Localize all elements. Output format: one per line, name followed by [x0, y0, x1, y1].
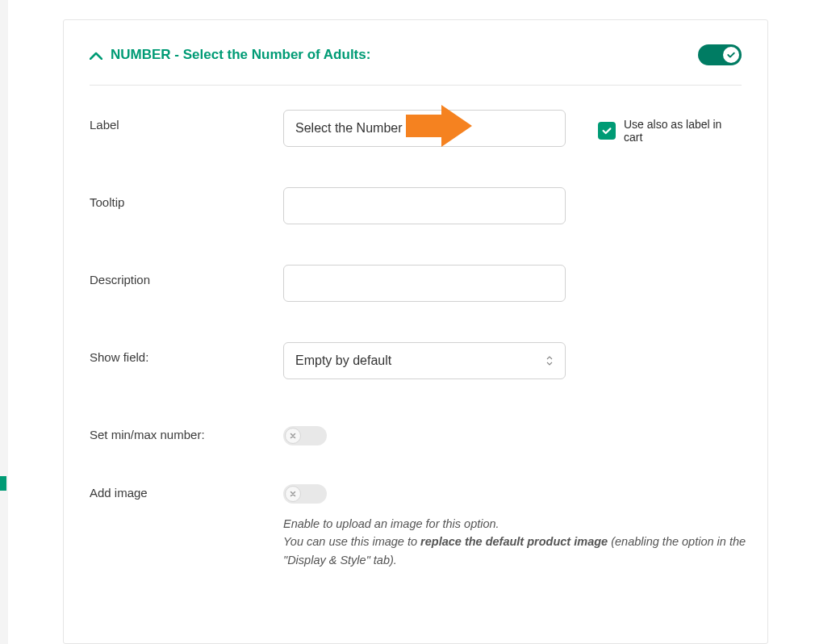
toggle-knob-on [723, 47, 739, 63]
helper-line-2a: You can use this image to [283, 535, 420, 548]
add-image-toggle-wrap: Enable to upload an image for this optio… [283, 478, 751, 569]
show-field-select-wrap: Empty by default [283, 342, 566, 379]
show-field-select[interactable]: Empty by default [283, 342, 566, 379]
minmax-field-label: Set min/max number: [90, 420, 283, 441]
minmax-toggle[interactable] [283, 426, 327, 445]
panel-enable-toggle[interactable] [698, 44, 742, 65]
addon-panel: NUMBER - Select the Number of Adults: La… [63, 19, 768, 644]
label-input-wrap [283, 110, 566, 147]
label-checkbox-group: Use also as label in cart [566, 110, 742, 144]
use-as-cart-label-text: Use also as label in cart [624, 118, 742, 144]
left-edge-strip [0, 0, 8, 644]
panel-title: NUMBER - Select the Number of Adults: [111, 47, 370, 63]
description-field-label: Description [90, 265, 283, 286]
add-image-row: Add image Enable to upload an image for … [90, 478, 742, 569]
add-image-field-label: Add image [90, 478, 283, 500]
chevron-up-icon[interactable] [90, 47, 102, 64]
tooltip-input[interactable] [283, 187, 566, 224]
show-field-selected-value: Empty by default [295, 353, 391, 368]
add-image-helper-text: Enable to upload an image for this optio… [283, 515, 751, 569]
description-input-wrap [283, 265, 566, 302]
minmax-row: Set min/max number: [90, 420, 742, 445]
label-input[interactable] [283, 110, 566, 147]
left-accent-marker [0, 476, 6, 491]
description-row: Description [90, 265, 742, 302]
helper-line-1: Enable to upload an image for this optio… [283, 517, 499, 530]
minmax-toggle-wrap [283, 420, 566, 445]
main-content-area: NUMBER - Select the Number of Adults: La… [8, 0, 815, 644]
toggle-knob-off-2 [285, 486, 301, 502]
toggle-knob-off [285, 428, 301, 444]
panel-header: NUMBER - Select the Number of Adults: [90, 44, 742, 86]
description-input[interactable] [283, 265, 566, 302]
helper-line-2b: replace the default product image [420, 535, 608, 548]
add-image-toggle[interactable] [283, 484, 327, 504]
panel-title-group[interactable]: NUMBER - Select the Number of Adults: [90, 47, 370, 64]
show-field-label: Show field: [90, 342, 283, 364]
tooltip-row: Tooltip [90, 187, 742, 224]
show-field-row: Show field: Empty by default [90, 342, 742, 379]
label-field-label: Label [90, 110, 283, 132]
use-as-cart-label-checkbox[interactable] [598, 122, 616, 140]
tooltip-input-wrap [283, 187, 566, 224]
label-row: Label Use also as label in cart [90, 110, 742, 147]
select-chevrons-icon [545, 355, 554, 366]
form-body: Label Use also as label in cart [90, 86, 742, 569]
tooltip-field-label: Tooltip [90, 187, 283, 209]
